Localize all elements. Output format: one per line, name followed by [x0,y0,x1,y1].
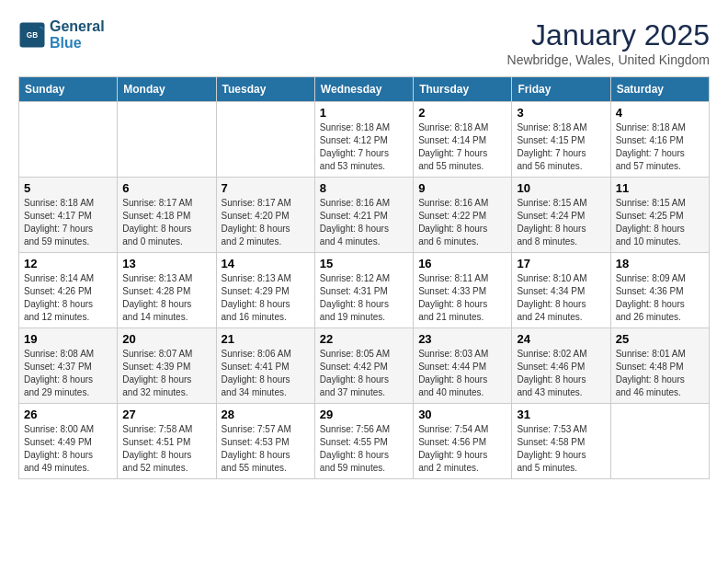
calendar-cell [610,404,709,479]
day-number: 5 [24,181,112,195]
calendar-cell: 18Sunrise: 8:09 AM Sunset: 4:36 PM Dayli… [610,253,709,328]
day-info: Sunrise: 8:11 AM Sunset: 4:33 PM Dayligh… [418,272,506,324]
day-number: 21 [222,332,310,346]
calendar-cell: 30Sunrise: 7:54 AM Sunset: 4:56 PM Dayli… [414,404,512,479]
day-info: Sunrise: 8:13 AM Sunset: 4:29 PM Dayligh… [222,272,310,324]
day-number: 7 [222,181,310,195]
day-info: Sunrise: 8:05 AM Sunset: 4:42 PM Dayligh… [320,348,408,399]
day-number: 29 [320,408,408,421]
day-number: 25 [616,332,704,346]
day-info: Sunrise: 7:57 AM Sunset: 4:53 PM Dayligh… [222,423,310,475]
calendar-cell: 5Sunrise: 8:18 AM Sunset: 4:17 PM Daylig… [19,178,118,253]
calendar-cell: 15Sunrise: 8:12 AM Sunset: 4:31 PM Dayli… [314,253,413,328]
calendar-cell: 20Sunrise: 8:07 AM Sunset: 4:39 PM Dayli… [118,328,216,404]
day-info: Sunrise: 8:12 AM Sunset: 4:31 PM Dayligh… [320,272,408,324]
calendar-week-row: 1Sunrise: 8:18 AM Sunset: 4:12 PM Daylig… [19,102,710,178]
day-info: Sunrise: 8:10 AM Sunset: 4:34 PM Dayligh… [517,272,605,324]
day-info: Sunrise: 8:08 AM Sunset: 4:37 PM Dayligh… [24,348,112,399]
logo: GB General Blue [18,18,105,51]
calendar-week-row: 5Sunrise: 8:18 AM Sunset: 4:17 PM Daylig… [19,178,710,253]
calendar-cell: 14Sunrise: 8:13 AM Sunset: 4:29 PM Dayli… [216,253,314,328]
calendar-cell: 22Sunrise: 8:05 AM Sunset: 4:42 PM Dayli… [314,328,413,404]
day-info: Sunrise: 8:17 AM Sunset: 4:18 PM Dayligh… [122,197,210,248]
weekday-header-tuesday: Tuesday [216,77,314,102]
day-info: Sunrise: 7:56 AM Sunset: 4:55 PM Dayligh… [320,423,408,475]
calendar-cell: 23Sunrise: 8:03 AM Sunset: 4:44 PM Dayli… [414,328,512,404]
logo-icon: GB [18,21,46,49]
calendar-cell: 6Sunrise: 8:17 AM Sunset: 4:18 PM Daylig… [118,178,216,253]
day-info: Sunrise: 8:02 AM Sunset: 4:46 PM Dayligh… [517,348,605,399]
calendar-cell: 28Sunrise: 7:57 AM Sunset: 4:53 PM Dayli… [216,404,314,479]
calendar-table: SundayMondayTuesdayWednesdayThursdayFrid… [18,76,710,479]
svg-text:GB: GB [27,31,38,40]
day-info: Sunrise: 8:03 AM Sunset: 4:44 PM Dayligh… [418,348,506,399]
day-info: Sunrise: 8:14 AM Sunset: 4:26 PM Dayligh… [24,272,112,324]
day-info: Sunrise: 8:18 AM Sunset: 4:15 PM Dayligh… [517,121,605,173]
day-number: 18 [616,257,704,270]
day-number: 4 [616,106,704,120]
day-number: 11 [616,181,704,195]
calendar-cell: 25Sunrise: 8:01 AM Sunset: 4:48 PM Dayli… [610,328,709,404]
day-info: Sunrise: 8:01 AM Sunset: 4:48 PM Dayligh… [616,348,704,399]
day-number: 3 [517,106,605,120]
location-subtitle: Newbridge, Wales, United Kingdom [507,52,710,67]
day-info: Sunrise: 8:18 AM Sunset: 4:17 PM Dayligh… [24,197,112,248]
day-number: 2 [418,106,506,120]
day-number: 24 [517,332,605,346]
weekday-header-friday: Friday [512,77,610,102]
day-number: 9 [418,181,506,195]
calendar-cell: 16Sunrise: 8:11 AM Sunset: 4:33 PM Dayli… [414,253,512,328]
day-number: 1 [320,106,408,120]
day-number: 22 [320,332,408,346]
calendar-cell: 24Sunrise: 8:02 AM Sunset: 4:46 PM Dayli… [512,328,610,404]
calendar-cell: 1Sunrise: 8:18 AM Sunset: 4:12 PM Daylig… [314,102,413,178]
weekday-header-wednesday: Wednesday [314,77,413,102]
calendar-cell: 7Sunrise: 8:17 AM Sunset: 4:20 PM Daylig… [216,178,314,253]
day-number: 27 [122,408,210,421]
calendar-cell [118,102,216,178]
day-info: Sunrise: 8:17 AM Sunset: 4:20 PM Dayligh… [222,197,310,248]
calendar-cell: 27Sunrise: 7:58 AM Sunset: 4:51 PM Dayli… [118,404,216,479]
day-info: Sunrise: 7:54 AM Sunset: 4:56 PM Dayligh… [418,423,506,475]
calendar-week-row: 12Sunrise: 8:14 AM Sunset: 4:26 PM Dayli… [19,253,710,328]
weekday-header-thursday: Thursday [414,77,512,102]
day-info: Sunrise: 8:07 AM Sunset: 4:39 PM Dayligh… [122,348,210,399]
calendar-cell: 17Sunrise: 8:10 AM Sunset: 4:34 PM Dayli… [512,253,610,328]
day-info: Sunrise: 8:16 AM Sunset: 4:21 PM Dayligh… [320,197,408,248]
day-info: Sunrise: 8:00 AM Sunset: 4:49 PM Dayligh… [24,423,112,475]
day-number: 10 [517,181,605,195]
calendar-cell: 8Sunrise: 8:16 AM Sunset: 4:21 PM Daylig… [314,178,413,253]
calendar-cell [19,102,118,178]
calendar-cell [216,102,314,178]
calendar-cell: 11Sunrise: 8:15 AM Sunset: 4:25 PM Dayli… [610,178,709,253]
calendar-cell: 29Sunrise: 7:56 AM Sunset: 4:55 PM Dayli… [314,404,413,479]
day-info: Sunrise: 8:06 AM Sunset: 4:41 PM Dayligh… [222,348,310,399]
calendar-cell: 19Sunrise: 8:08 AM Sunset: 4:37 PM Dayli… [19,328,118,404]
day-info: Sunrise: 8:09 AM Sunset: 4:36 PM Dayligh… [616,272,704,324]
day-number: 19 [24,332,112,346]
day-info: Sunrise: 8:18 AM Sunset: 4:16 PM Dayligh… [616,121,704,173]
day-info: Sunrise: 8:18 AM Sunset: 4:14 PM Dayligh… [418,121,506,173]
day-info: Sunrise: 8:16 AM Sunset: 4:22 PM Dayligh… [418,197,506,248]
day-info: Sunrise: 8:18 AM Sunset: 4:12 PM Dayligh… [320,121,408,173]
day-info: Sunrise: 8:15 AM Sunset: 4:25 PM Dayligh… [616,197,704,248]
calendar-cell: 3Sunrise: 8:18 AM Sunset: 4:15 PM Daylig… [512,102,610,178]
day-number: 12 [24,257,112,270]
day-number: 14 [222,257,310,270]
day-number: 15 [320,257,408,270]
day-number: 26 [24,408,112,421]
day-number: 6 [122,181,210,195]
weekday-header-monday: Monday [118,77,216,102]
weekday-header-sunday: Sunday [19,77,118,102]
calendar-cell: 10Sunrise: 8:15 AM Sunset: 4:24 PM Dayli… [512,178,610,253]
logo-text-blue: Blue [50,35,105,52]
day-number: 28 [222,408,310,421]
day-number: 20 [122,332,210,346]
weekday-header-saturday: Saturday [610,77,709,102]
day-info: Sunrise: 8:15 AM Sunset: 4:24 PM Dayligh… [517,197,605,248]
calendar-week-row: 26Sunrise: 8:00 AM Sunset: 4:49 PM Dayli… [19,404,710,479]
calendar-cell: 9Sunrise: 8:16 AM Sunset: 4:22 PM Daylig… [414,178,512,253]
calendar-week-row: 19Sunrise: 8:08 AM Sunset: 4:37 PM Dayli… [19,328,710,404]
logo-text-general: General [50,18,105,35]
day-info: Sunrise: 8:13 AM Sunset: 4:28 PM Dayligh… [122,272,210,324]
